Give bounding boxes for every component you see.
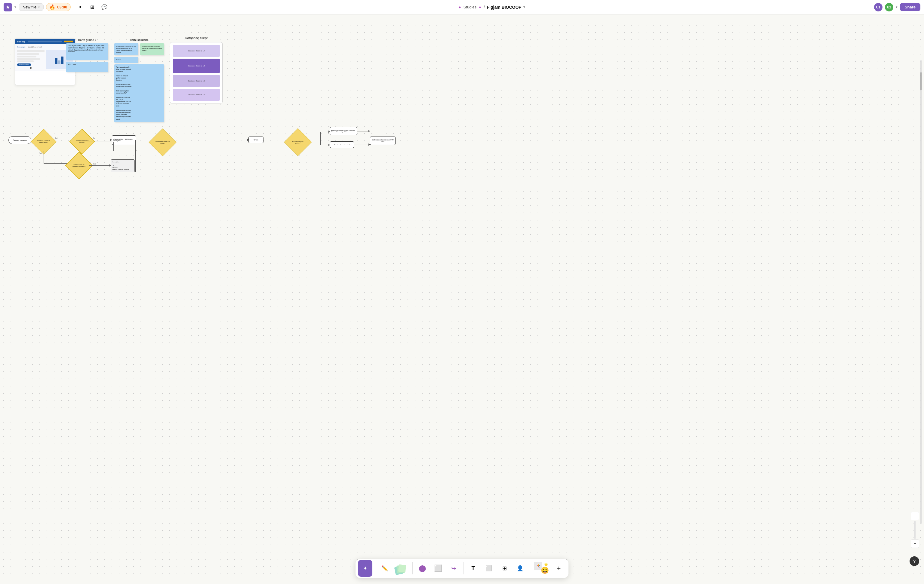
screenshot-left-col: Avoir vous un projet	[17, 50, 45, 69]
tool-frame[interactable]: ⬜	[482, 560, 496, 577]
select-icon: ✦	[363, 565, 368, 572]
carte-graine-title: Carte graine ?	[66, 38, 108, 41]
text-icon: T	[472, 565, 475, 572]
bottom-oui-arrow	[89, 165, 111, 166]
flow-saisie-node[interactable]: • Saisie du N/Fn, • MAX Numéro de téléph…	[112, 135, 136, 145]
flow-confirm-node[interactable]: Confirmation création de carte OUI / NON	[370, 137, 396, 145]
avatar-user2[interactable]: U2	[885, 3, 893, 12]
avatar-user1[interactable]: U1	[874, 3, 883, 12]
tool-connector[interactable]: ↪	[446, 560, 461, 577]
avatars-chevron[interactable]: ▾	[896, 5, 898, 9]
chat-button[interactable]: 💬	[99, 2, 109, 12]
database-client-box[interactable]: Database Secteur 1A Database Secteur 1B …	[170, 42, 223, 104]
db-section-3: Database Secteur 1C	[173, 75, 220, 87]
flow-diamond-1[interactable]: Le client a-t-il compte de fidélité Tabl…	[35, 133, 53, 151]
long-connector	[135, 140, 136, 172]
tool-stickers[interactable]: 🃏 😀 ⭐	[532, 560, 550, 577]
tool-select[interactable]: ✦	[358, 560, 372, 577]
carte-solidaire-title: Carte solidaire	[114, 38, 164, 41]
circle-icon: ⬤	[419, 564, 426, 572]
chart-mockup	[55, 55, 64, 64]
blue-btn-mockup: Avoir vous un projet	[17, 63, 31, 66]
non-label-1: Non	[39, 152, 42, 154]
tool-pen[interactable]: ✏️	[378, 560, 392, 577]
tool-text[interactable]: T	[466, 560, 480, 577]
new-file-button[interactable]: New file ▾	[19, 3, 44, 11]
sticker-star: ⭐	[544, 563, 548, 567]
share-button[interactable]: Share	[900, 3, 921, 11]
scrollbar-track[interactable]	[921, 60, 922, 524]
tool-plus[interactable]: +	[552, 560, 566, 577]
arrow-2	[53, 140, 73, 140]
database-client-section: Database client Database Secteur 1A Data…	[170, 36, 223, 104]
arrow-6	[264, 140, 288, 140]
branch-a-to-nfc	[320, 132, 329, 132]
carte-graine-section: Carte graine ? Carte de point à faible →…	[66, 38, 108, 72]
topbar: ▾ New file ▾ 🔥 03:00 ✦ ⊞ 💬 ✦ Studies ✦ /…	[0, 0, 924, 15]
shapes-stack	[395, 563, 408, 574]
content-line-5	[17, 61, 34, 62]
flow-start-label: Passage en caisse	[13, 139, 27, 141]
solidaire-note-2[interactable]: So other	[114, 57, 139, 63]
pen-icon: ✏️	[381, 565, 388, 572]
zoom-in-button[interactable]: +	[911, 512, 919, 520]
branch-b-to-actuelle	[320, 145, 329, 145]
diamond-3-shape: Quelles initiatives préfère-il ? 3 feuil…	[149, 129, 177, 157]
storage-top: Il enregistre :	[112, 161, 133, 164]
solidaire-note-1[interactable]: A l'heure actuel on déduction de: -5R bp…	[114, 43, 139, 55]
flow-start-node[interactable]: Passage en caisse	[8, 136, 31, 144]
flow-choix-node[interactable]: Choix	[248, 137, 264, 143]
flow-actuelle-node[interactable]: Attribution d'une carte actuelle	[330, 141, 354, 148]
flow-diamond-3[interactable]: Quelles initiatives préfère-il ? 3 feuil…	[153, 133, 172, 152]
tool-table[interactable]: ⊞	[497, 560, 512, 577]
note2-text: %C + 1 point	[68, 64, 76, 65]
magic-button[interactable]: ✦	[76, 2, 85, 12]
help-icon: ?	[913, 559, 916, 564]
bar1	[55, 58, 58, 64]
content-line-1	[17, 50, 45, 52]
carte-graine-note-2[interactable]: %C + 1 point	[66, 62, 108, 72]
zoom-slider-track[interactable]	[914, 521, 916, 539]
flow-diamond-bottom[interactable]: Souhaite-t-il mettre ses informations pe…	[69, 156, 89, 175]
logo-chevron[interactable]: ▾	[15, 5, 16, 9]
timer-value: 03:00	[57, 5, 67, 9]
tool-rect[interactable]: ⬜	[431, 560, 445, 577]
tool-circle[interactable]: ⬤	[415, 560, 429, 577]
sticker-emoji: 😀	[541, 567, 549, 574]
arrowhead-confirm-top	[368, 130, 370, 132]
app-logo[interactable]	[3, 3, 12, 12]
nav-item-2: Mon tableau de bord	[28, 46, 42, 48]
flow-nfc-node[interactable]: Attribution et remise en échange d'une c…	[330, 127, 357, 135]
content-line-2	[17, 53, 39, 55]
bottom-toolbar: ✦ ✏️ ⬤ ⬜ ↪ T	[356, 559, 568, 578]
share-label: Share	[905, 5, 916, 9]
tool-avatar[interactable]: 👤	[513, 560, 527, 577]
tool-shapes[interactable]	[393, 560, 410, 577]
db-section-2-label: Database Secteur 1B	[188, 65, 205, 67]
carte-graine-note-1[interactable]: Carte de point à faible → bps en réducti…	[66, 43, 108, 60]
rect-icon: ⬜	[434, 564, 442, 572]
project-chevron[interactable]: ▾	[523, 5, 525, 9]
layout-button[interactable]: ⊞	[87, 2, 97, 12]
breadcrumb-studies[interactable]: Studies	[464, 5, 477, 9]
database-client-title: Database client	[170, 36, 223, 40]
solidaire-note-green[interactable]: Réduction immédiate -5% sur une sélectio…	[140, 43, 164, 55]
flow-storage-node[interactable]: Il enregistre : • Nom, • Prénom, • Mail/…	[111, 159, 135, 172]
flow-diamond-4[interactable]: A-t-il besoin d'une carte physique ?	[288, 132, 308, 152]
timer-emoji: 🔥	[50, 4, 55, 10]
canvas[interactable]: biocoop Mon compte Mon tableau de bord	[0, 15, 924, 584]
help-button[interactable]: ?	[909, 556, 919, 566]
timer-badge[interactable]: 🔥 03:00	[46, 3, 70, 11]
carte-solidaire-section: Carte solidaire A l'heure actuel on dédu…	[114, 38, 164, 122]
biocoop-logo: biocoop	[17, 41, 25, 43]
solidaire-note2-text: So other	[116, 59, 120, 61]
project-name[interactable]: Figjam BIOCOOP	[487, 5, 521, 10]
db-section-4: Database Secteur 1D	[173, 89, 220, 101]
solidaire-note-large[interactable]: Faire apparaître sur la ticket de caisse…	[114, 64, 164, 122]
zoom-out-button[interactable]: −	[911, 539, 919, 548]
scrollbar-thumb[interactable]	[921, 72, 922, 90]
arrow-to-confirm-bot	[354, 145, 370, 145]
flow-choix-label: Choix	[254, 139, 258, 141]
oui-label-1: Oui	[55, 137, 58, 139]
loop-vert	[79, 142, 79, 151]
